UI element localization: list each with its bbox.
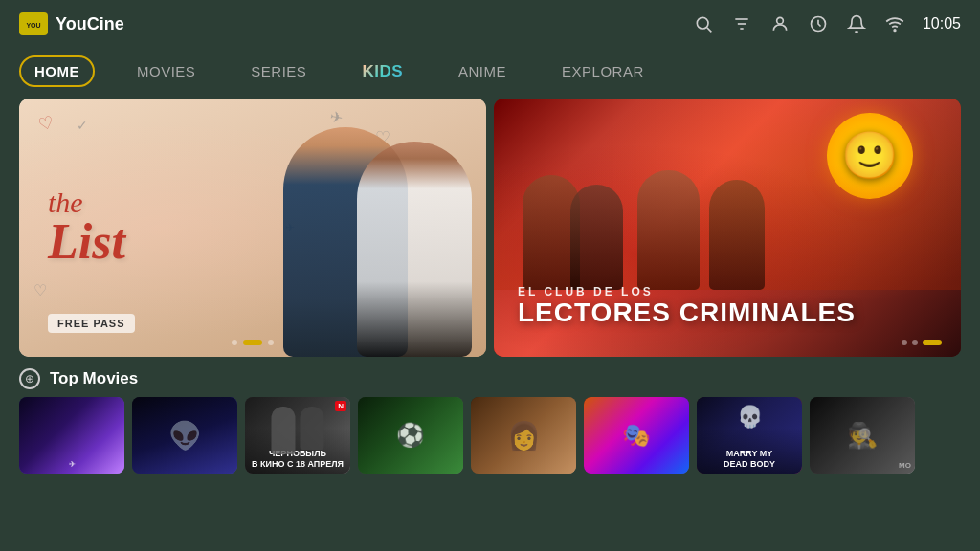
movie-thumb-7[interactable]: MARRY MYDEAD BODY 💀	[697, 397, 802, 474]
dot-r3-active	[923, 340, 942, 345]
movie-bg-6: 🎭	[584, 397, 689, 474]
dot-2-active	[243, 340, 262, 345]
hero-section: ♡ ✓ ✈ ♡ ♡ ✈ the List FREE PASS	[0, 99, 980, 357]
movie-thumb-2[interactable]: 👽	[132, 397, 237, 474]
svg-point-9	[894, 30, 896, 32]
dot-r2	[912, 340, 918, 345]
dot-r1	[902, 340, 907, 345]
navigation: HOME MOVIES SERIES KIDS ANIME EXPLORAR	[0, 48, 980, 99]
doodle-5: ♡	[33, 281, 47, 299]
section-title: Top Movies	[50, 369, 138, 388]
bell-icon[interactable]	[846, 13, 867, 34]
header-left: YOU YouCine	[19, 12, 124, 35]
nav-item-movies[interactable]: MOVIES	[123, 57, 209, 85]
movie-bg-3: N ЧЕРНОБЫЛЬВ КИНО С 18 АПРЕЛЯ	[245, 397, 350, 474]
header: YOU YouCine 10:05	[0, 0, 980, 48]
carousel-dots-right	[902, 340, 942, 345]
app-logo: YOU	[19, 12, 48, 35]
section-header: ⊕ Top Movies	[0, 357, 980, 397]
svg-point-7	[777, 17, 784, 24]
svg-text:YOU: YOU	[26, 22, 40, 29]
club-char-4	[709, 180, 765, 290]
club-char-2	[570, 185, 623, 290]
movie-bg-2: 👽	[132, 397, 237, 474]
clock-icon[interactable]	[808, 13, 829, 34]
app-name: YouCine	[56, 14, 124, 34]
carousel-dots-left	[232, 340, 274, 345]
nav-item-series[interactable]: SERIES	[237, 57, 320, 85]
movie-thumb-4[interactable]: ⚽	[358, 397, 463, 474]
movie-bg-8: 🕵️ MO	[810, 397, 915, 474]
dot-1	[232, 340, 237, 345]
movies-row: ✈ 👽 N ЧЕРНОБЫЛЬВ КИНО С 18 АПРЕЛЯ	[0, 397, 980, 474]
user-icon[interactable]	[769, 13, 791, 34]
nav-item-explorar[interactable]: EXPLORAR	[548, 57, 657, 85]
section-icon: ⊕	[19, 368, 40, 389]
character-man	[357, 142, 472, 357]
movie-thumb-5[interactable]: 👩	[471, 397, 576, 474]
hero-card-the-list[interactable]: ♡ ✓ ✈ ♡ ♡ ✈ the List FREE PASS	[19, 99, 486, 357]
movie-thumb-1[interactable]: ✈	[19, 397, 124, 474]
header-icons: 10:05	[693, 13, 961, 34]
time-display: 10:05	[923, 15, 961, 33]
wifi-icon	[884, 13, 905, 34]
club-char-3	[637, 170, 700, 290]
hero-characters	[206, 99, 486, 357]
movie-bg-4: ⚽	[358, 397, 463, 474]
thumb-label-7: MARRY MYDEAD BODY	[702, 449, 796, 470]
nav-item-home[interactable]: HOME	[19, 55, 95, 87]
search-icon[interactable]	[693, 13, 714, 34]
club-title: EL CLUB DE LOS LECTORES CRIMINALES	[518, 285, 937, 328]
the-list-title: the List	[48, 188, 125, 267]
svg-point-2	[697, 17, 708, 29]
svg-line-3	[707, 28, 712, 33]
filter-icon[interactable]	[731, 13, 752, 34]
movie-bg-5: 👩	[471, 397, 576, 474]
nav-item-kids[interactable]: KIDS	[348, 56, 416, 87]
movie-thumb-6[interactable]: 🎭	[584, 397, 689, 474]
nav-item-anime[interactable]: ANIME	[445, 57, 520, 85]
movie-thumb-3[interactable]: N ЧЕРНОБЫЛЬВ КИНО С 18 АПРЕЛЯ	[245, 397, 350, 474]
hero-card-club[interactable]: 🙂 EL CLUB DE LOS LECTORES CRIMINALES	[494, 99, 961, 357]
club-title-large: LECTORES CRIMINALES	[518, 298, 937, 328]
movie-bg-7: MARRY MYDEAD BODY 💀	[697, 397, 802, 474]
movie-bg-1: ✈	[19, 397, 124, 474]
free-pass-badge: FREE PASS	[48, 314, 135, 333]
dot-3	[268, 340, 274, 345]
doodle-2: ✓	[77, 118, 88, 133]
movie-thumb-8[interactable]: 🕵️ MO	[810, 397, 915, 474]
